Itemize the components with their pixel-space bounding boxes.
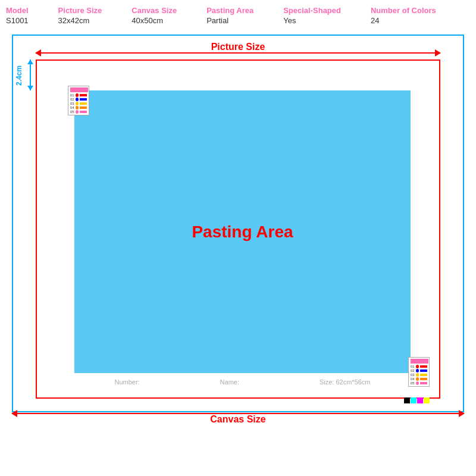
side-arrow-up-icon (27, 60, 33, 64)
color-row-2: 02 (70, 98, 87, 101)
num-colors-label: Number of Colors (371, 6, 436, 15)
color-bar-2 (80, 98, 87, 101)
canvas-size-label: Canvas Size (131, 6, 177, 15)
pasting-area-col: Pasting Area Partial (206, 6, 253, 25)
side-measurement-container (24, 60, 36, 90)
special-shaped-col: Special-Shaped Yes (283, 6, 341, 25)
pasting-area-rect (74, 90, 411, 373)
color-dot-1 (76, 93, 79, 97)
side-arrow-line (30, 60, 31, 90)
picture-size-col: Picture Size 32x42cm (58, 6, 102, 25)
header-info: Model S1001 Picture Size 32x42cm Canvas … (0, 0, 476, 29)
bottom-info-bar: Number: Name: Size: 62cm*56cm (74, 378, 411, 386)
pasting-area-label: Pasting Area (206, 6, 253, 15)
color-dot-5 (76, 110, 79, 114)
picture-size-label: Picture Size (58, 6, 102, 15)
color-bar-4 (80, 107, 87, 109)
color-dot-4 (76, 106, 79, 109)
bottom-name-label: Name: (220, 378, 239, 386)
color-bar-3 (80, 102, 87, 105)
num-colors-col: Number of Colors 24 (371, 6, 436, 25)
model-label: Model (6, 6, 29, 15)
model-value: S1001 (6, 16, 29, 25)
color-dot-2 (76, 98, 79, 101)
cmyk-cyan (411, 397, 416, 403)
color-strip-bottom-right: 01 02 03 04 05 (408, 357, 430, 387)
color-row-4: 04 (70, 106, 87, 109)
side-measurement-label: 2.4cm (15, 65, 23, 86)
special-shaped-label: Special-Shaped (283, 6, 341, 15)
bottom-size-label: Size: 62cm*56cm (320, 378, 371, 386)
color-row-3: 03 (70, 102, 87, 105)
color-bar-1 (80, 94, 87, 96)
diagram-area: Picture Size 2.4cm 01 02 (12, 35, 464, 427)
color-strip-top-left: 01 02 03 04 05 (68, 86, 89, 115)
canvas-size-diagram-label: Canvas Size (12, 414, 464, 425)
bottom-number-label: Number: (114, 378, 139, 386)
color-row-1: 01 (70, 93, 87, 97)
model-col: Model S1001 (6, 6, 29, 25)
color-row-5: 05 (70, 110, 87, 114)
pink-bar-br (411, 359, 428, 364)
pink-bar (70, 87, 88, 92)
side-arrow-down-icon (27, 86, 33, 90)
canvas-size-col: Canvas Size 40x50cm (131, 6, 177, 25)
picture-size-arrow-line (36, 52, 440, 54)
cmyk-squares (404, 397, 430, 403)
canvas-size-value: 40x50cm (131, 16, 177, 25)
pasting-area-value: Partial (206, 16, 253, 25)
cmyk-black (404, 397, 410, 403)
color-bar-5 (80, 111, 87, 113)
picture-size-diagram-label: Picture Size (36, 42, 440, 52)
cmyk-yellow (424, 397, 430, 403)
cmyk-magenta (417, 397, 423, 403)
picture-size-value: 32x42cm (58, 16, 102, 25)
page: Model S1001 Picture Size 32x42cm Canvas … (0, 0, 476, 476)
num-colors-value: 24 (371, 16, 436, 25)
color-dot-3 (76, 102, 79, 105)
special-shaped-value: Yes (283, 16, 341, 25)
